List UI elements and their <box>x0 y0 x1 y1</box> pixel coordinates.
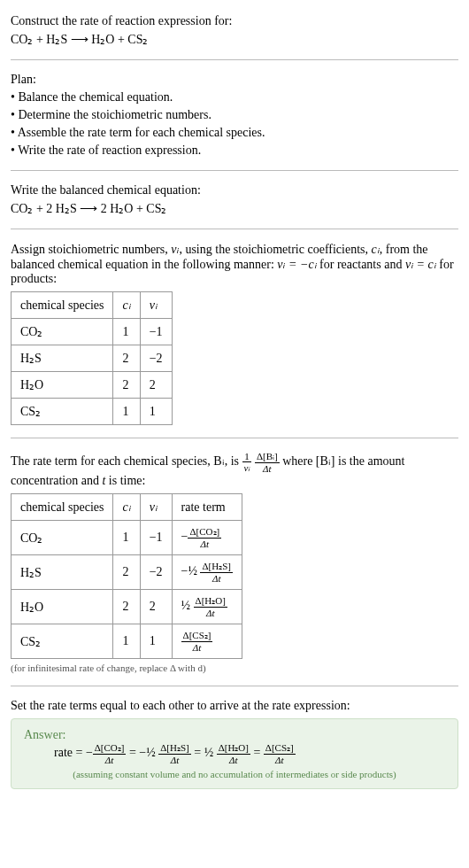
symbol-c-i: cᵢ <box>372 243 380 256</box>
intro-prompt: Construct the rate of reaction expressio… <box>11 14 458 28</box>
text: Assign stoichiometric numbers, <box>11 243 171 256</box>
cell-c: 2 <box>113 590 140 624</box>
divider <box>11 229 458 229</box>
denominator: Δt <box>194 608 227 618</box>
fraction: Δ[CO₂]Δt <box>188 526 221 549</box>
numerator: Δ[H₂O] <box>217 742 250 755</box>
plan-item: • Determine the stoichiometric numbers. <box>11 108 458 122</box>
col-c: cᵢ <box>113 292 140 319</box>
table-row: CS₂ 1 1 Δ[CS₂]Δt <box>12 624 242 659</box>
fraction: Δ[H₂O]Δt <box>217 742 250 765</box>
cell-c: 2 <box>113 345 140 372</box>
divider <box>11 170 458 171</box>
denominator: Δt <box>200 573 232 584</box>
final-prompt: Set the rate terms equal to each other t… <box>11 699 458 713</box>
cell-c: 2 <box>113 372 140 399</box>
fraction: Δ[CS₂]Δt <box>181 630 213 653</box>
table-row: CS₂ 1 1 <box>12 399 173 425</box>
relation: νᵢ = cᵢ <box>405 258 436 271</box>
fraction: Δ[H₂S]Δt <box>158 742 190 765</box>
numerator: 1 <box>242 451 252 462</box>
numerator: Δ[CO₂] <box>93 742 127 755</box>
cell-species: CS₂ <box>12 399 113 425</box>
answer-note: (assuming constant volume and no accumul… <box>24 769 445 779</box>
cell-rate: ½ Δ[H₂O]Δt <box>172 590 242 624</box>
cell-c: 1 <box>113 624 140 659</box>
table-row: CO₂ 1 −1 −Δ[CO₂]Δt <box>12 521 242 555</box>
fraction: Δ[H₂O]Δt <box>194 595 227 618</box>
numerator: Δ[H₂S] <box>200 561 232 573</box>
plan-item: • Write the rate of reaction expression. <box>11 143 458 158</box>
table-row: H₂S 2 −2 −½ Δ[H₂S]Δt <box>12 555 242 590</box>
cell-species: CO₂ <box>12 521 113 555</box>
text: is time: <box>105 474 145 487</box>
denominator: Δt <box>93 755 127 765</box>
answer-box: Answer: rate = −Δ[CO₂]Δt = −½ Δ[H₂S]Δt =… <box>11 718 458 789</box>
cell-species: H₂O <box>12 372 113 399</box>
denominator: Δt <box>264 755 296 765</box>
col-nu: νᵢ <box>140 494 172 521</box>
cell-nu: 1 <box>140 624 172 659</box>
intro-equation: CO₂ + H₂S ⟶ H₂O + CS₂ <box>11 32 458 47</box>
cell-species: H₂O <box>12 590 113 624</box>
balanced-equation: CO₂ + 2 H₂S ⟶ 2 H₂O + CS₂ <box>11 201 458 216</box>
denominator: Δt <box>255 463 280 474</box>
cell-nu: −1 <box>140 521 172 555</box>
denominator: Δt <box>217 755 250 765</box>
divider <box>11 59 458 60</box>
stoich-table: chemical species cᵢ νᵢ CO₂ 1 −1 H₂S 2 −2… <box>11 291 173 425</box>
divider <box>11 686 458 686</box>
plan-heading: Plan: <box>11 73 458 87</box>
col-species: chemical species <box>12 292 113 319</box>
fraction: 1 νᵢ <box>242 451 252 474</box>
cell-species: CS₂ <box>12 624 113 659</box>
cell-c: 1 <box>113 399 140 425</box>
cell-rate: −Δ[CO₂]Δt <box>172 521 242 555</box>
col-c: cᵢ <box>113 494 140 521</box>
cell-species: H₂S <box>12 345 113 372</box>
cell-nu: 2 <box>140 372 172 399</box>
table-header-row: chemical species cᵢ νᵢ <box>12 292 173 319</box>
prefix: −½ <box>181 564 201 577</box>
rate-term-footnote: (for infinitesimal rate of change, repla… <box>11 663 458 673</box>
cell-c: 2 <box>113 555 140 590</box>
text: = ½ <box>191 746 217 759</box>
text: for reactants and <box>317 258 405 271</box>
text: , using the stoichiometric coefficients, <box>179 243 371 256</box>
text: The rate term for each chemical species,… <box>11 454 242 468</box>
table-row: H₂O 2 2 <box>12 372 173 399</box>
plan-item: • Assemble the rate term for each chemic… <box>11 126 458 140</box>
col-rate: rate term <box>172 494 242 521</box>
divider <box>11 438 458 438</box>
text: rate = − <box>54 746 93 759</box>
numerator: Δ[CS₂] <box>264 742 296 755</box>
cell-rate: Δ[CS₂]Δt <box>172 624 242 659</box>
prefix: ½ <box>181 599 194 612</box>
denominator: Δt <box>181 642 213 653</box>
numerator: Δ[CO₂] <box>188 526 221 539</box>
rate-term-intro: The rate term for each chemical species,… <box>11 451 458 488</box>
cell-rate: −½ Δ[H₂S]Δt <box>172 555 242 590</box>
text: = <box>250 746 264 759</box>
cell-nu: 1 <box>140 399 172 425</box>
numerator: Δ[H₂O] <box>194 595 227 608</box>
fraction: Δ[CS₂]Δt <box>264 742 296 765</box>
relation: νᵢ = −cᵢ <box>277 258 316 271</box>
cell-species: CO₂ <box>12 319 113 345</box>
cell-nu: −2 <box>140 345 172 372</box>
fraction: Δ[H₂S]Δt <box>200 561 232 584</box>
plan-item: • Balance the chemical equation. <box>11 90 458 105</box>
cell-species: H₂S <box>12 555 113 590</box>
numerator: Δ[H₂S] <box>158 742 190 755</box>
col-species: chemical species <box>12 494 113 521</box>
fraction: Δ[CO₂]Δt <box>93 742 127 765</box>
text: = −½ <box>126 746 158 759</box>
numerator: Δ[CS₂] <box>181 630 213 642</box>
cell-c: 1 <box>113 521 140 555</box>
cell-nu: −1 <box>140 319 172 345</box>
table-row: H₂S 2 −2 <box>12 345 173 372</box>
fraction: Δ[Bᵢ] Δt <box>255 451 280 474</box>
numerator: Δ[Bᵢ] <box>255 451 280 463</box>
answer-label: Answer: <box>24 728 445 742</box>
prefix: − <box>181 530 188 543</box>
